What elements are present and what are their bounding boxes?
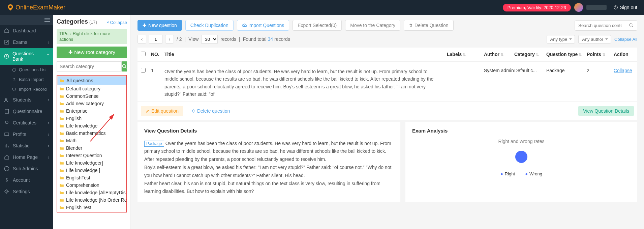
next-page-button[interactable]: › <box>165 35 174 44</box>
col-qtype[interactable]: Question type <box>546 52 587 57</box>
svg-point-6 <box>12 68 16 71</box>
import-questions-button[interactable]: Import Questions <box>237 20 289 31</box>
col-labels[interactable]: Labels <box>447 52 484 57</box>
move-category-button[interactable]: Move to the Category <box>345 20 400 31</box>
nav-import-record[interactable]: Import Record <box>0 84 53 94</box>
nav-dashboard[interactable]: Dashboard <box>0 25 53 36</box>
prev-page-button[interactable]: ‹ <box>137 35 146 44</box>
category-item[interactable]: Math <box>57 137 126 144</box>
question-search-button[interactable] <box>625 21 637 30</box>
category-item[interactable]: EnglishTest <box>57 174 126 181</box>
per-page-select[interactable]: 30 <box>201 35 218 44</box>
filter-author[interactable]: Any author <box>578 35 611 44</box>
chart-legend: Right Wrong <box>412 171 631 176</box>
found-total: Found total 34 records <box>243 36 290 42</box>
folder-icon <box>59 87 64 91</box>
delete-question-row-button[interactable]: Delete question <box>187 106 235 116</box>
svg-point-14 <box>122 64 125 67</box>
question-search-input[interactable] <box>575 21 625 30</box>
search-icon <box>122 64 127 69</box>
page-input[interactable] <box>149 35 162 44</box>
categories-collapse[interactable]: Collapse <box>106 20 127 25</box>
folder-icon <box>59 153 64 158</box>
row-edit-bar: Edit question Delete question View Quest… <box>137 102 637 120</box>
row-qtype: Package <box>546 68 587 98</box>
view-question-details-button[interactable]: View Question Details <box>578 106 634 116</box>
category-item[interactable]: English Test <box>57 204 126 211</box>
nav-questionnaire[interactable]: Questionnaire <box>0 106 53 117</box>
avatar[interactable] <box>574 3 583 12</box>
collapse-all-link[interactable]: Collapse All <box>614 37 637 42</box>
nav-questions-bank[interactable]: ?Questions Bank˅ <box>0 48 53 65</box>
row-checkbox[interactable] <box>141 68 146 73</box>
new-question-button[interactable]: ✚New question <box>137 20 182 31</box>
question-icon: ? <box>4 54 9 59</box>
category-item[interactable]: Default category <box>57 85 126 92</box>
nav-settings[interactable]: Settings <box>0 186 53 197</box>
nav-account[interactable]: $Account <box>0 174 53 186</box>
col-points[interactable]: Points <box>587 52 614 57</box>
category-item[interactable]: Enterprise <box>57 107 126 115</box>
seal-icon <box>4 120 9 125</box>
card-icon <box>4 132 9 137</box>
nav-profits[interactable]: Profits‹ <box>0 128 53 140</box>
nav-batch-import[interactable]: Batch Import <box>0 75 53 84</box>
category-item[interactable]: Life knowledge [AllEmptyDis <box>57 189 126 196</box>
nav-certificates[interactable]: Certificates‹ <box>0 117 53 128</box>
users-icon <box>4 97 9 103</box>
col-author[interactable]: Author <box>484 52 514 57</box>
sidebar: Dashboard Exams‹ ?Questions Bank˅ Questi… <box>0 15 53 229</box>
questions-table: NO. Title Labels Author Category Questio… <box>137 48 637 120</box>
export-selected-button[interactable]: Export Selected(0) <box>293 20 342 31</box>
brand-logo[interactable]: OnlineExamMaker <box>7 4 65 11</box>
row-labels <box>447 68 484 98</box>
category-item[interactable]: Add new category <box>57 100 126 107</box>
table-row: 1 Over the years has been the class of p… <box>137 62 637 102</box>
category-list: All questionsDefault categoryCommonSense… <box>57 75 127 212</box>
category-item[interactable]: Basic mathematics <box>57 130 126 137</box>
sidebar-collapse-button[interactable] <box>0 15 53 25</box>
nav-students[interactable]: Students‹ <box>0 94 53 106</box>
total-pages: / 2 <box>177 36 182 42</box>
nav-statistic[interactable]: Statistic‹ <box>0 140 53 151</box>
category-search-button[interactable] <box>122 61 127 71</box>
category-item[interactable]: Blender <box>57 144 126 152</box>
trash-icon <box>191 109 195 113</box>
check-duplication-button[interactable]: Check Duplication <box>185 20 234 31</box>
category-item[interactable]: English <box>57 115 126 122</box>
category-search-input[interactable] <box>57 61 122 71</box>
category-item[interactable]: Life knowledge ] <box>57 167 126 174</box>
pie-chart <box>515 151 527 163</box>
folder-icon <box>59 191 64 195</box>
legend-wrong: Wrong <box>525 171 542 176</box>
question-circle-icon <box>12 68 16 72</box>
category-item[interactable]: CommonSense <box>57 92 126 100</box>
user-name[interactable] <box>586 5 607 10</box>
row-collapse-link[interactable]: Collapse <box>614 68 632 73</box>
category-item[interactable]: All questions <box>57 76 126 85</box>
category-item[interactable]: Life knowledge <box>57 122 126 130</box>
search-icon <box>629 23 634 28</box>
folder-icon <box>59 131 64 135</box>
folder-icon <box>59 94 64 98</box>
edit-question-button[interactable]: Edit question <box>141 106 183 116</box>
svg-rect-8 <box>5 109 9 113</box>
nav-subadmins[interactable]: Sub Admins <box>0 163 53 174</box>
signout-link[interactable]: Sign out <box>613 5 637 10</box>
new-root-category-button[interactable]: ✚ New root category <box>57 47 127 58</box>
category-item[interactable]: Interest Question <box>57 152 126 159</box>
category-item[interactable]: Life knowledgeer] <box>57 159 126 167</box>
col-action: Action <box>614 52 634 57</box>
select-all-checkbox[interactable] <box>141 52 146 56</box>
delete-question-button[interactable]: Delete Question <box>404 20 453 31</box>
filter-type[interactable]: Any type <box>547 35 575 44</box>
nav-exams[interactable]: Exams‹ <box>0 36 53 48</box>
category-item[interactable]: Life knowledge [No Order Re <box>57 196 126 204</box>
svg-text:$: $ <box>6 178 8 182</box>
folder-icon <box>60 79 64 83</box>
col-category[interactable]: Category <box>514 52 546 57</box>
nav-questions-list[interactable]: Questions List <box>0 65 53 75</box>
category-item[interactable]: Comprehension <box>57 181 126 189</box>
nav-homepage[interactable]: Home Page‹ <box>0 151 53 163</box>
triangle-left-icon <box>106 21 109 24</box>
